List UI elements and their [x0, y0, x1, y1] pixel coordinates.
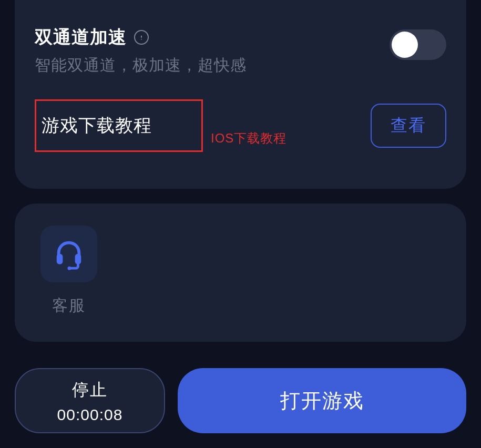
support-label: 客服 [52, 295, 86, 317]
info-icon[interactable] [134, 30, 149, 45]
footer-bar: 停止 00:00:08 打开游戏 [15, 368, 466, 433]
tutorial-highlight-box: 游戏下载教程 [35, 99, 203, 152]
dual-channel-title-row: 双通道加速 [35, 25, 247, 49]
dual-channel-row: 双通道加速 智能双通道，极加速，超快感 [35, 25, 446, 76]
svg-rect-3 [75, 254, 81, 264]
svg-point-4 [68, 267, 71, 270]
tutorial-annotation: IOS下载教程 [211, 130, 286, 147]
dual-channel-subtitle: 智能双通道，极加速，超快感 [35, 55, 247, 76]
support-item[interactable]: 客服 [40, 226, 98, 317]
dual-channel-title: 双通道加速 [35, 25, 127, 49]
tutorial-title: 游戏下载教程 [42, 115, 152, 135]
timer-value: 00:00:08 [57, 406, 123, 424]
stop-button[interactable]: 停止 00:00:08 [15, 368, 165, 433]
dual-channel-toggle[interactable] [390, 29, 446, 60]
svg-point-1 [141, 39, 142, 40]
open-game-label: 打开游戏 [280, 388, 364, 414]
dual-channel-text: 双通道加速 智能双通道，极加速，超快感 [35, 25, 247, 76]
settings-card: 双通道加速 智能双通道，极加速，超快感 游戏下载教程 IOS下载教程 查看 [15, 0, 466, 189]
actions-card: 客服 [15, 203, 466, 342]
tutorial-row: 游戏下载教程 IOS下载教程 查看 [35, 99, 446, 152]
toggle-knob [392, 32, 418, 58]
view-tutorial-button[interactable]: 查看 [371, 104, 446, 148]
stop-label: 停止 [72, 379, 108, 402]
open-game-button[interactable]: 打开游戏 [178, 368, 466, 433]
svg-rect-2 [57, 254, 63, 264]
headset-icon [40, 226, 97, 282]
